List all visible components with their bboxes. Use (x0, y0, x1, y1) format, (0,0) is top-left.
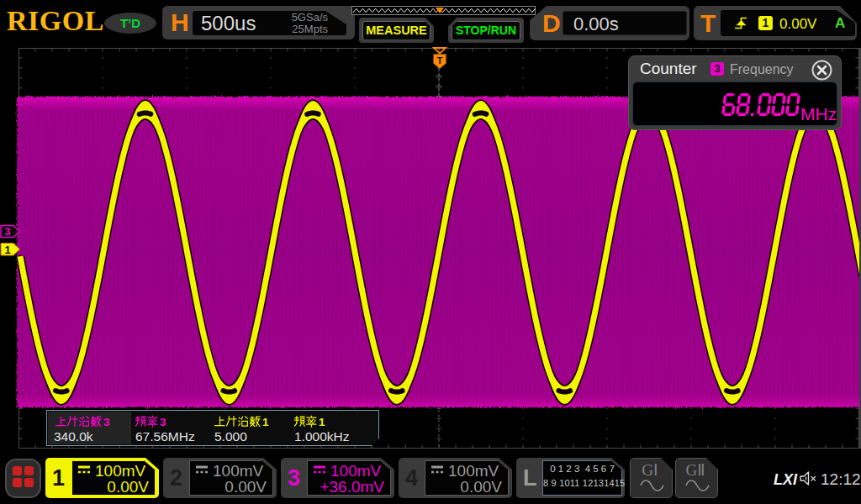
svg-text:340.0k: 340.0k (54, 429, 93, 444)
svg-text:1: 1 (262, 416, 269, 428)
svg-text:1.000kHz: 1.000kHz (294, 429, 349, 444)
svg-text:3: 3 (103, 416, 110, 428)
svg-text:5.000: 5.000 (214, 429, 247, 444)
svg-text:67.56MHz: 67.56MHz (135, 429, 195, 444)
svg-text:1: 1 (319, 416, 325, 428)
svg-text:3: 3 (160, 416, 166, 428)
